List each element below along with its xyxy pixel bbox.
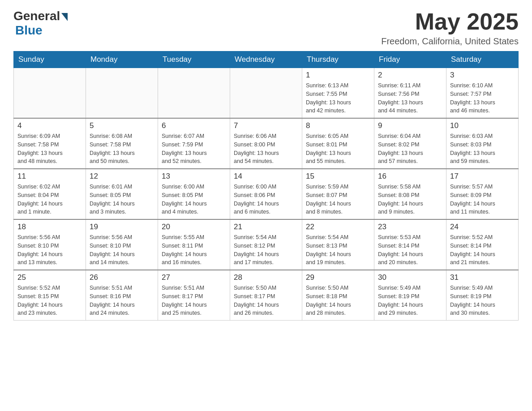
day-info: Sunrise: 5:52 AM Sunset: 8:14 PM Dayligh… xyxy=(450,233,515,267)
day-number: 13 xyxy=(162,172,226,181)
day-info: Sunrise: 6:11 AM Sunset: 7:56 PM Dayligh… xyxy=(378,81,442,115)
day-info: Sunrise: 5:51 AM Sunset: 8:17 PM Dayligh… xyxy=(162,284,226,317)
day-info: Sunrise: 5:58 AM Sunset: 8:08 PM Dayligh… xyxy=(378,183,442,216)
day-info: Sunrise: 6:09 AM Sunset: 7:58 PM Dayligh… xyxy=(17,132,82,166)
calendar-week-row: 25Sunrise: 5:52 AM Sunset: 8:15 PM Dayli… xyxy=(14,270,519,321)
calendar-cell: 25Sunrise: 5:52 AM Sunset: 8:15 PM Dayli… xyxy=(14,270,86,321)
day-info: Sunrise: 5:50 AM Sunset: 8:18 PM Dayligh… xyxy=(306,284,370,317)
day-info: Sunrise: 5:59 AM Sunset: 8:07 PM Dayligh… xyxy=(306,183,370,216)
day-info: Sunrise: 6:00 AM Sunset: 8:06 PM Dayligh… xyxy=(234,183,298,216)
calendar-cell: 4Sunrise: 6:09 AM Sunset: 7:58 PM Daylig… xyxy=(14,118,86,169)
day-number: 28 xyxy=(234,273,298,282)
calendar-cell: 29Sunrise: 5:50 AM Sunset: 8:18 PM Dayli… xyxy=(302,270,374,321)
calendar-week-row: 4Sunrise: 6:09 AM Sunset: 7:58 PM Daylig… xyxy=(14,118,519,169)
day-number: 16 xyxy=(378,172,442,181)
day-number: 22 xyxy=(306,223,370,231)
day-info: Sunrise: 6:06 AM Sunset: 8:00 PM Dayligh… xyxy=(234,132,298,166)
day-info: Sunrise: 6:13 AM Sunset: 7:55 PM Dayligh… xyxy=(306,81,370,115)
day-number: 23 xyxy=(378,223,442,231)
calendar-week-row: 1Sunrise: 6:13 AM Sunset: 7:55 PM Daylig… xyxy=(14,68,519,119)
calendar-cell: 24Sunrise: 5:52 AM Sunset: 8:14 PM Dayli… xyxy=(446,219,519,270)
calendar-header-wednesday: Wednesday xyxy=(230,51,302,68)
day-info: Sunrise: 6:10 AM Sunset: 7:57 PM Dayligh… xyxy=(450,81,515,115)
calendar-week-row: 11Sunrise: 6:02 AM Sunset: 8:04 PM Dayli… xyxy=(14,169,519,219)
day-info: Sunrise: 5:54 AM Sunset: 8:13 PM Dayligh… xyxy=(306,233,370,267)
calendar-cell: 6Sunrise: 6:07 AM Sunset: 7:59 PM Daylig… xyxy=(158,118,230,169)
calendar-cell xyxy=(158,68,230,119)
calendar-cell: 14Sunrise: 6:00 AM Sunset: 8:06 PM Dayli… xyxy=(230,169,302,219)
day-number: 26 xyxy=(90,273,154,282)
calendar-cell: 10Sunrise: 6:03 AM Sunset: 8:03 PM Dayli… xyxy=(446,118,519,169)
day-number: 31 xyxy=(450,273,515,282)
day-number: 30 xyxy=(378,273,442,282)
location-subtitle: Freedom, California, United States xyxy=(381,36,519,47)
day-info: Sunrise: 5:53 AM Sunset: 8:14 PM Dayligh… xyxy=(378,233,442,267)
day-number: 27 xyxy=(162,273,226,282)
calendar-header-sunday: Sunday xyxy=(14,51,86,68)
day-info: Sunrise: 5:49 AM Sunset: 8:19 PM Dayligh… xyxy=(378,284,442,317)
day-info: Sunrise: 5:55 AM Sunset: 8:11 PM Dayligh… xyxy=(162,233,226,267)
day-info: Sunrise: 5:50 AM Sunset: 8:17 PM Dayligh… xyxy=(234,284,298,317)
calendar-cell: 22Sunrise: 5:54 AM Sunset: 8:13 PM Dayli… xyxy=(302,219,374,270)
day-number: 12 xyxy=(90,172,154,181)
calendar-cell: 21Sunrise: 5:54 AM Sunset: 8:12 PM Dayli… xyxy=(230,219,302,270)
day-number: 2 xyxy=(378,71,442,80)
calendar-cell: 19Sunrise: 5:56 AM Sunset: 8:10 PM Dayli… xyxy=(86,219,158,270)
day-number: 7 xyxy=(234,121,298,130)
calendar-cell: 3Sunrise: 6:10 AM Sunset: 7:57 PM Daylig… xyxy=(446,68,519,119)
calendar-cell: 20Sunrise: 5:55 AM Sunset: 8:11 PM Dayli… xyxy=(158,219,230,270)
day-info: Sunrise: 5:51 AM Sunset: 8:16 PM Dayligh… xyxy=(90,284,154,317)
day-number: 5 xyxy=(90,121,154,130)
day-number: 29 xyxy=(306,273,370,282)
calendar-cell: 2Sunrise: 6:11 AM Sunset: 7:56 PM Daylig… xyxy=(374,68,446,119)
calendar-cell: 16Sunrise: 5:58 AM Sunset: 8:08 PM Dayli… xyxy=(374,169,446,219)
day-number: 11 xyxy=(17,172,82,181)
calendar-cell xyxy=(14,68,86,119)
calendar-header-saturday: Saturday xyxy=(446,51,519,68)
day-number: 18 xyxy=(17,223,82,231)
day-info: Sunrise: 5:54 AM Sunset: 8:12 PM Dayligh… xyxy=(234,233,298,267)
calendar-cell: 8Sunrise: 6:05 AM Sunset: 8:01 PM Daylig… xyxy=(302,118,374,169)
calendar-cell: 31Sunrise: 5:49 AM Sunset: 8:19 PM Dayli… xyxy=(446,270,519,321)
calendar-table: SundayMondayTuesdayWednesdayThursdayFrid… xyxy=(13,51,519,321)
day-info: Sunrise: 6:05 AM Sunset: 8:01 PM Dayligh… xyxy=(306,132,370,166)
calendar-cell: 12Sunrise: 6:01 AM Sunset: 8:05 PM Dayli… xyxy=(86,169,158,219)
title-block: May 2025 Freedom, California, United Sta… xyxy=(381,9,519,47)
calendar-header-thursday: Thursday xyxy=(302,51,374,68)
calendar-cell: 27Sunrise: 5:51 AM Sunset: 8:17 PM Dayli… xyxy=(158,270,230,321)
day-info: Sunrise: 5:56 AM Sunset: 8:10 PM Dayligh… xyxy=(90,233,154,267)
day-number: 9 xyxy=(378,121,442,130)
calendar-cell: 13Sunrise: 6:00 AM Sunset: 8:05 PM Dayli… xyxy=(158,169,230,219)
logo-general-text: General xyxy=(13,9,60,23)
calendar-header-monday: Monday xyxy=(86,51,158,68)
day-info: Sunrise: 5:49 AM Sunset: 8:19 PM Dayligh… xyxy=(450,284,515,317)
day-info: Sunrise: 6:04 AM Sunset: 8:02 PM Dayligh… xyxy=(378,132,442,166)
calendar-cell: 5Sunrise: 6:08 AM Sunset: 7:58 PM Daylig… xyxy=(86,118,158,169)
day-info: Sunrise: 6:01 AM Sunset: 8:05 PM Dayligh… xyxy=(90,183,154,216)
day-number: 20 xyxy=(162,223,226,231)
calendar-header-friday: Friday xyxy=(374,51,446,68)
page-header: General Blue May 2025 Freedom, Californi… xyxy=(13,9,519,47)
calendar-cell: 1Sunrise: 6:13 AM Sunset: 7:55 PM Daylig… xyxy=(302,68,374,119)
day-info: Sunrise: 6:08 AM Sunset: 7:58 PM Dayligh… xyxy=(90,132,154,166)
calendar-header-row: SundayMondayTuesdayWednesdayThursdayFrid… xyxy=(14,51,519,68)
day-number: 1 xyxy=(306,71,370,80)
day-info: Sunrise: 6:02 AM Sunset: 8:04 PM Dayligh… xyxy=(17,183,82,216)
day-number: 17 xyxy=(450,172,515,181)
calendar-cell: 17Sunrise: 5:57 AM Sunset: 8:09 PM Dayli… xyxy=(446,169,519,219)
calendar-cell xyxy=(86,68,158,119)
calendar-week-row: 18Sunrise: 5:56 AM Sunset: 8:10 PM Dayli… xyxy=(14,219,519,270)
day-number: 21 xyxy=(234,223,298,231)
calendar-cell: 23Sunrise: 5:53 AM Sunset: 8:14 PM Dayli… xyxy=(374,219,446,270)
day-info: Sunrise: 5:52 AM Sunset: 8:15 PM Dayligh… xyxy=(17,284,82,317)
logo-blue-text: Blue xyxy=(15,23,43,38)
calendar-cell: 11Sunrise: 6:02 AM Sunset: 8:04 PM Dayli… xyxy=(14,169,86,219)
day-number: 19 xyxy=(90,223,154,231)
day-info: Sunrise: 6:00 AM Sunset: 8:05 PM Dayligh… xyxy=(162,183,226,216)
day-info: Sunrise: 5:56 AM Sunset: 8:10 PM Dayligh… xyxy=(17,233,82,267)
day-number: 25 xyxy=(17,273,82,282)
logo-triangle-icon xyxy=(61,13,68,21)
day-number: 24 xyxy=(450,223,515,231)
month-title: May 2025 xyxy=(381,9,519,34)
calendar-cell xyxy=(230,68,302,119)
